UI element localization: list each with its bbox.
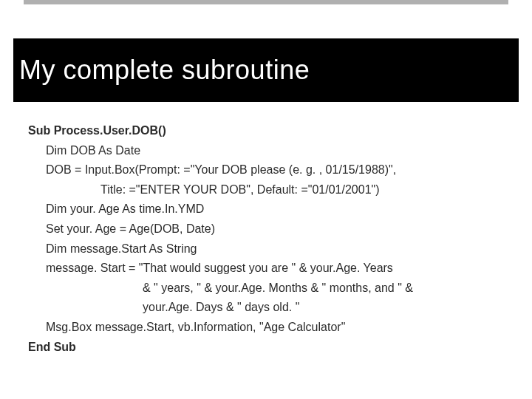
code-line-continuation: your.Age. Days & " days old. "	[28, 298, 510, 317]
code-line: Dim DOB As Date	[28, 141, 510, 160]
code-line: Msg.Box message.Start, vb.Information, "…	[28, 318, 510, 337]
code-line-sub: Sub Process.User.DOB()	[28, 121, 510, 140]
top-divider	[24, 0, 508, 4]
code-line: message. Start = "That would suggest you…	[28, 259, 510, 278]
code-line-continuation: & " years, " & your.Age. Months & " mont…	[28, 279, 510, 298]
code-line: Set your. Age = Age(DOB, Date)	[28, 219, 510, 239]
code-block: Sub Process.User.DOB() Dim DOB As Date D…	[28, 121, 510, 357]
slide-title: My complete subroutine	[19, 55, 310, 86]
code-line-endsub: End Sub	[28, 338, 510, 357]
code-line-continuation: Title: ="ENTER YOUR DOB", Default: ="01/…	[28, 180, 510, 200]
code-line: Dim your. Age As time.In.YMD	[28, 200, 510, 219]
title-bar: My complete subroutine	[13, 38, 519, 102]
code-line: Dim message.Start As String	[28, 239, 510, 259]
code-line: DOB = Input.Box(Prompt: ="Your DOB pleas…	[28, 160, 510, 180]
